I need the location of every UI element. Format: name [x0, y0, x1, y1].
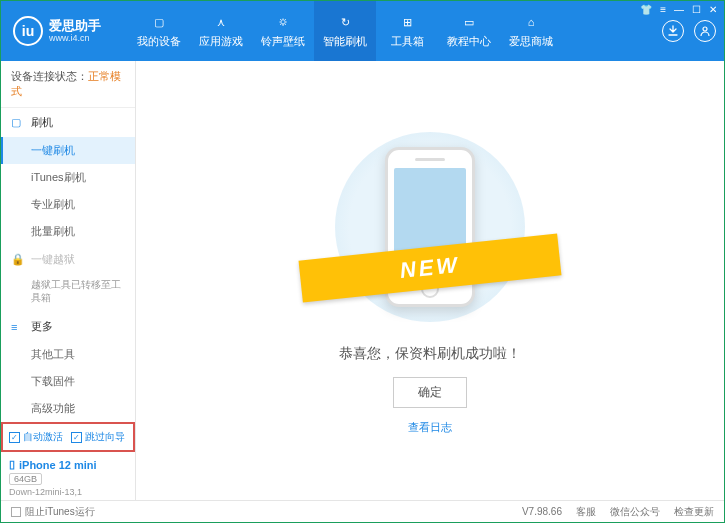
version-label: V7.98.66: [522, 506, 562, 517]
user-icon[interactable]: [694, 20, 716, 42]
menu-icon[interactable]: ≡: [660, 4, 666, 15]
block-itunes-check[interactable]: 阻止iTunes运行: [11, 505, 95, 519]
checkbox-icon: ✓: [71, 432, 82, 443]
wechat-link[interactable]: 微信公众号: [610, 505, 660, 519]
nav-ringtones-icon: ⛭: [274, 13, 292, 31]
maximize-icon[interactable]: ☐: [692, 4, 701, 15]
phone-icon: ▢: [11, 116, 25, 129]
minimize-icon[interactable]: —: [674, 4, 684, 15]
logo[interactable]: iu 爱思助手 www.i4.cn: [13, 16, 128, 46]
sidebar-checks: ✓ 自动激活 ✓ 跳过向导: [1, 422, 135, 452]
lock-icon: 🔒: [11, 253, 25, 266]
close-icon[interactable]: ✕: [709, 4, 717, 15]
app-url: www.i4.cn: [49, 33, 101, 43]
sidebar-item-flash-2[interactable]: 专业刷机: [1, 191, 135, 218]
sidebar-item-more-2[interactable]: 高级功能: [1, 395, 135, 422]
ok-button[interactable]: 确定: [393, 377, 467, 408]
checkbox-icon: ✓: [9, 432, 20, 443]
device-icon: ▯: [9, 458, 15, 471]
header: iu 爱思助手 www.i4.cn ▢我的设备⋏应用游戏⛭铃声壁纸↻智能刷机⊞工…: [1, 1, 724, 61]
nav-apps[interactable]: ⋏应用游戏: [190, 1, 252, 61]
nav-ringtones[interactable]: ⛭铃声壁纸: [252, 1, 314, 61]
nav-flash[interactable]: ↻智能刷机: [314, 1, 376, 61]
view-log-link[interactable]: 查看日志: [408, 420, 452, 435]
nav-device[interactable]: ▢我的设备: [128, 1, 190, 61]
device-sub: Down-12mini-13,1: [9, 487, 127, 497]
device-info[interactable]: ▯ iPhone 12 mini 64GB Down-12mini-13,1: [1, 452, 135, 503]
update-link[interactable]: 检查更新: [674, 505, 714, 519]
app-name: 爱思助手: [49, 19, 101, 33]
svg-point-0: [703, 27, 707, 31]
connection-status: 设备连接状态：正常模式: [1, 61, 135, 108]
checkbox-icon: [11, 507, 21, 517]
jailbreak-note: 越狱工具已转移至工具箱: [1, 274, 135, 312]
sidebar-item-flash-1[interactable]: iTunes刷机: [1, 164, 135, 191]
success-illustration: NEW: [330, 127, 530, 327]
section-flash[interactable]: ▢ 刷机: [1, 108, 135, 137]
nav-flash-icon: ↻: [336, 13, 354, 31]
sidebar-item-flash-3[interactable]: 批量刷机: [1, 218, 135, 245]
nav-store[interactable]: ⌂爱思商城: [500, 1, 562, 61]
check-skip-guide[interactable]: ✓ 跳过向导: [71, 430, 125, 444]
main-nav: ▢我的设备⋏应用游戏⛭铃声壁纸↻智能刷机⊞工具箱▭教程中心⌂爱思商城: [128, 1, 662, 61]
device-name: iPhone 12 mini: [19, 459, 97, 471]
window-controls: 👕 ≡ — ☐ ✕: [640, 4, 717, 15]
menu-icon: ≡: [11, 321, 25, 333]
status-label: 设备连接状态：: [11, 70, 88, 82]
section-more[interactable]: ≡ 更多: [1, 312, 135, 341]
nav-tutorials[interactable]: ▭教程中心: [438, 1, 500, 61]
main-content: NEW 恭喜您，保资料刷机成功啦！ 确定 查看日志: [136, 61, 724, 500]
skin-icon[interactable]: 👕: [640, 4, 652, 15]
sidebar-item-more-1[interactable]: 下载固件: [1, 368, 135, 395]
success-message: 恭喜您，保资料刷机成功啦！: [339, 345, 521, 363]
sidebar-item-more-0[interactable]: 其他工具: [1, 341, 135, 368]
check-auto-activate[interactable]: ✓ 自动激活: [9, 430, 63, 444]
section-jailbreak: 🔒 一键越狱: [1, 245, 135, 274]
nav-toolbox-icon: ⊞: [398, 13, 416, 31]
nav-toolbox[interactable]: ⊞工具箱: [376, 1, 438, 61]
device-capacity: 64GB: [9, 473, 42, 485]
nav-tutorials-icon: ▭: [460, 13, 478, 31]
download-icon[interactable]: [662, 20, 684, 42]
sidebar-item-flash-0[interactable]: 一键刷机: [1, 137, 135, 164]
header-right: [662, 20, 716, 42]
nav-device-icon: ▢: [150, 13, 168, 31]
logo-icon: iu: [13, 16, 43, 46]
nav-store-icon: ⌂: [522, 13, 540, 31]
sidebar: 设备连接状态：正常模式 ▢ 刷机 一键刷机iTunes刷机专业刷机批量刷机 🔒 …: [1, 61, 136, 500]
nav-apps-icon: ⋏: [212, 13, 230, 31]
service-link[interactable]: 客服: [576, 505, 596, 519]
footer: 阻止iTunes运行 V7.98.66 客服 微信公众号 检查更新: [1, 500, 724, 522]
